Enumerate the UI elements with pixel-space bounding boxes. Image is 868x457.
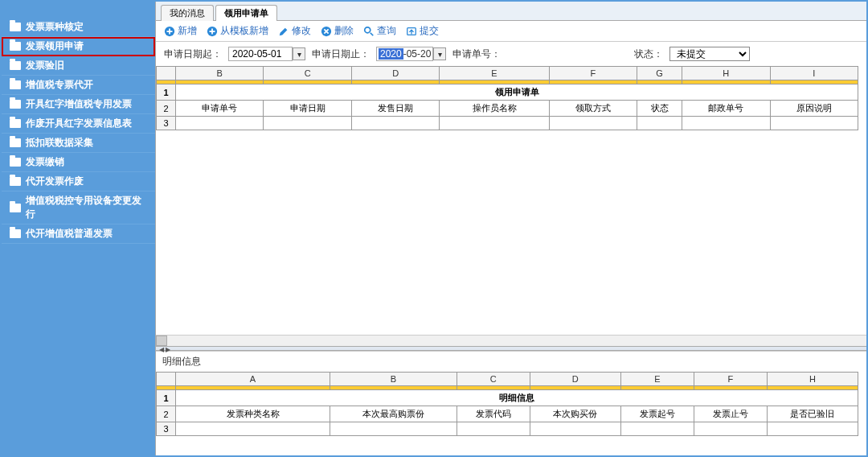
grid-title: 领用申请单 bbox=[176, 84, 858, 101]
folder-icon bbox=[10, 138, 21, 147]
col-header[interactable]: I bbox=[770, 67, 858, 80]
new-from-template-button[interactable]: 从模板新增 bbox=[207, 24, 268, 38]
new-from-template-label: 从模板新增 bbox=[220, 24, 268, 38]
cell[interactable] bbox=[351, 117, 439, 130]
sidebar-item-label: 代开增值税普通发票 bbox=[26, 227, 113, 241]
calendar-icon[interactable]: ▾ bbox=[293, 47, 305, 60]
row-header[interactable]: 1 bbox=[157, 84, 176, 101]
query-button[interactable]: 查询 bbox=[363, 24, 396, 38]
column-label: 本次购买份 bbox=[530, 406, 620, 422]
col-header[interactable]: F bbox=[549, 67, 637, 80]
new-button[interactable]: 新增 bbox=[164, 24, 197, 38]
calendar-icon[interactable]: ▾ bbox=[433, 47, 446, 60]
date-to-prefix[interactable]: 2020 bbox=[379, 48, 403, 60]
grid-title: 明细信息 bbox=[176, 390, 858, 406]
row-header[interactable]: 1 bbox=[157, 390, 176, 406]
plus-icon bbox=[207, 26, 218, 37]
col-header[interactable]: H bbox=[682, 67, 770, 80]
main-panel: 我的消息领用申请单 新增 从模板新增 修改 删除 查询 bbox=[156, 2, 866, 455]
column-label: 发售日期 bbox=[351, 101, 439, 117]
sidebar-item-5[interactable]: 作废开具红字发票信息表 bbox=[2, 114, 155, 134]
cell[interactable] bbox=[682, 117, 770, 130]
column-label: 发票止号 bbox=[694, 406, 767, 422]
new-label: 新增 bbox=[178, 24, 197, 38]
column-label: 发票种类名称 bbox=[176, 406, 330, 422]
folder-icon bbox=[10, 158, 21, 167]
col-header[interactable]: B bbox=[330, 373, 457, 386]
tabs: 我的消息领用申请单 bbox=[156, 2, 866, 21]
col-header[interactable]: C bbox=[457, 373, 530, 386]
sidebar-item-6[interactable]: 抵扣联数据采集 bbox=[2, 134, 155, 153]
date-to-label: 申请日期止： bbox=[312, 47, 370, 61]
horizontal-scrollbar[interactable] bbox=[156, 335, 866, 346]
col-header[interactable]: G bbox=[637, 67, 682, 80]
folder-icon bbox=[10, 100, 21, 109]
cell[interactable] bbox=[770, 117, 858, 130]
order-label: 申请单号： bbox=[452, 47, 501, 61]
sidebar-item-3[interactable]: 增值税专票代开 bbox=[2, 76, 155, 95]
column-label: 原因说明 bbox=[770, 101, 858, 117]
date-from-label: 申请日期起： bbox=[164, 47, 222, 61]
col-header[interactable]: C bbox=[264, 67, 351, 80]
column-label: 操作员名称 bbox=[440, 101, 549, 117]
cell[interactable] bbox=[264, 117, 351, 130]
sidebar-item-1[interactable]: 发票领用申请 bbox=[2, 37, 155, 56]
sidebar-item-9[interactable]: 增值税税控专用设备变更发行 bbox=[2, 191, 155, 224]
x-icon bbox=[321, 26, 332, 37]
cell[interactable] bbox=[457, 422, 530, 436]
col-header[interactable] bbox=[157, 373, 176, 386]
cell[interactable] bbox=[176, 422, 330, 436]
cell[interactable] bbox=[694, 422, 767, 436]
col-header[interactable]: F bbox=[694, 373, 767, 386]
sidebar-item-label: 发票验旧 bbox=[26, 59, 64, 72]
delete-label: 删除 bbox=[334, 24, 354, 38]
delete-button[interactable]: 删除 bbox=[321, 24, 354, 38]
column-label: 申请单号 bbox=[176, 101, 264, 117]
state-select[interactable]: 未提交 bbox=[669, 47, 750, 61]
submit-button[interactable]: 提交 bbox=[406, 24, 439, 38]
sidebar-item-4[interactable]: 开具红字增值税专用发票 bbox=[2, 95, 155, 114]
cell[interactable] bbox=[767, 422, 858, 436]
column-label: 发票起号 bbox=[620, 406, 694, 422]
sidebar-item-label: 代开发票作废 bbox=[26, 175, 84, 188]
modify-label: 修改 bbox=[292, 24, 311, 38]
cell[interactable] bbox=[176, 117, 264, 130]
cell[interactable] bbox=[530, 422, 620, 436]
col-header[interactable]: D bbox=[351, 67, 439, 80]
sidebar-item-0[interactable]: 发票票种核定 bbox=[2, 18, 155, 37]
date-from-input[interactable] bbox=[228, 47, 293, 61]
splitter[interactable]: ◀ ▶ bbox=[156, 346, 866, 351]
col-header[interactable]: E bbox=[620, 373, 694, 386]
main-grid: BCDEFGHI1领用申请单2申请单号申请日期发售日期操作员名称领取方式状态邮政… bbox=[156, 66, 858, 130]
row-header[interactable]: 3 bbox=[157, 422, 176, 436]
cell[interactable] bbox=[637, 117, 682, 130]
col-header[interactable]: E bbox=[440, 67, 549, 80]
cell[interactable] bbox=[549, 117, 637, 130]
sidebar-item-10[interactable]: 代开增值税普通发票 bbox=[2, 224, 155, 244]
col-header[interactable] bbox=[157, 67, 176, 80]
row-header[interactable]: 3 bbox=[157, 117, 176, 130]
column-label: 邮政单号 bbox=[682, 101, 770, 117]
modify-button[interactable]: 修改 bbox=[278, 24, 311, 38]
sidebar-item-7[interactable]: 发票缴销 bbox=[2, 153, 155, 172]
folder-icon bbox=[10, 61, 21, 70]
sidebar-item-label: 增值税专票代开 bbox=[26, 78, 93, 92]
sidebar-item-8[interactable]: 代开发票作废 bbox=[2, 172, 155, 191]
row-header[interactable]: 2 bbox=[157, 101, 176, 117]
cell[interactable] bbox=[440, 117, 549, 130]
col-header[interactable]: B bbox=[176, 67, 264, 80]
tab-1[interactable]: 领用申请单 bbox=[215, 5, 277, 21]
cell[interactable] bbox=[330, 422, 457, 436]
row-header[interactable]: 2 bbox=[157, 406, 176, 422]
cell[interactable] bbox=[620, 422, 694, 436]
sidebar-item-label: 增值税税控专用设备变更发行 bbox=[26, 194, 147, 221]
column-label: 本次最高购票份 bbox=[330, 406, 457, 422]
sidebar-item-2[interactable]: 发票验旧 bbox=[2, 56, 155, 76]
order-input[interactable] bbox=[507, 47, 628, 61]
col-header[interactable]: A bbox=[176, 373, 330, 386]
tab-0[interactable]: 我的消息 bbox=[161, 5, 214, 21]
column-label: 发票代码 bbox=[457, 406, 530, 422]
sidebar-item-label: 抵扣联数据采集 bbox=[26, 136, 93, 150]
col-header[interactable]: D bbox=[530, 373, 620, 386]
col-header[interactable]: H bbox=[767, 373, 858, 386]
